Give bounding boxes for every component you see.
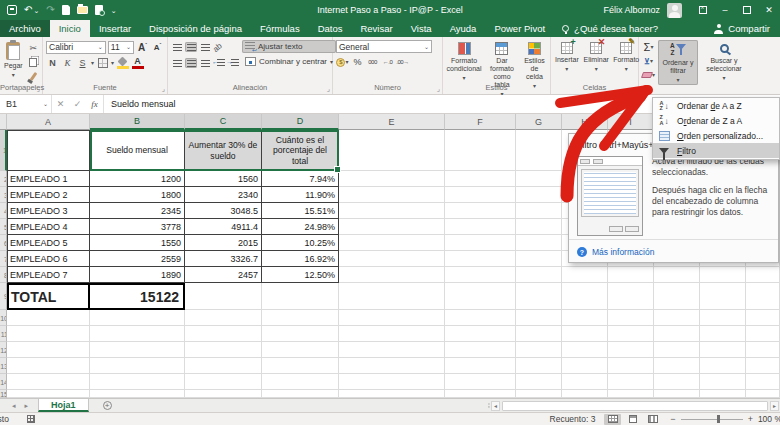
cell-E6[interactable] bbox=[339, 235, 445, 251]
align-middle-icon[interactable] bbox=[185, 42, 197, 52]
copy-button[interactable] bbox=[27, 56, 40, 68]
clear-button[interactable]: ▾ bbox=[642, 69, 655, 81]
cell-D8[interactable]: 12.50% bbox=[262, 267, 339, 283]
ribbon-tab-vista[interactable]: Vista bbox=[402, 20, 441, 37]
increase-font-icon[interactable]: Aˆ bbox=[136, 41, 149, 53]
page-layout-view-button[interactable] bbox=[624, 414, 641, 425]
italic-button[interactable]: K bbox=[61, 57, 74, 69]
cell-D6[interactable]: 10.25% bbox=[262, 235, 339, 251]
font-name-select[interactable]: Calibri⌄ bbox=[46, 41, 106, 54]
cell-B15[interactable] bbox=[90, 390, 185, 398]
cell-G13[interactable] bbox=[516, 358, 562, 374]
cell-L14[interactable] bbox=[746, 374, 780, 390]
cell-F10[interactable] bbox=[445, 310, 516, 326]
menu-item-ordenar-de-a-a-z[interactable]: AZ↓Ordenar de A a Z bbox=[653, 99, 779, 114]
cell-G12[interactable] bbox=[516, 342, 562, 358]
decrease-indent-icon[interactable] bbox=[213, 58, 225, 68]
row-header-15[interactable]: 15 bbox=[0, 390, 7, 398]
cell-A2[interactable]: EMPLEADO 1 bbox=[7, 171, 90, 187]
cell-K9[interactable] bbox=[700, 283, 746, 310]
cell-I12[interactable] bbox=[608, 342, 654, 358]
maximize-button[interactable] bbox=[736, 0, 758, 20]
cell-A5[interactable]: EMPLEADO 4 bbox=[7, 219, 90, 235]
cell-H13[interactable] bbox=[562, 358, 608, 374]
cell-I8[interactable] bbox=[608, 267, 654, 283]
cell-I9[interactable] bbox=[608, 283, 654, 310]
cell-B9[interactable]: 15122 bbox=[90, 283, 185, 310]
cell-J13[interactable] bbox=[654, 358, 700, 374]
cell-H9[interactable] bbox=[562, 283, 608, 310]
row-header-4[interactable]: 4 bbox=[0, 203, 7, 219]
cell-B2[interactable]: 1200 bbox=[90, 171, 185, 187]
cell-A9[interactable]: TOTAL bbox=[7, 283, 90, 310]
row-header-10[interactable]: 10 bbox=[0, 310, 7, 326]
cell-D12[interactable] bbox=[262, 342, 339, 358]
dialog-launcher-icon[interactable]: ⌟ bbox=[162, 85, 165, 93]
cell-E14[interactable] bbox=[339, 374, 445, 390]
cell-D11[interactable] bbox=[262, 326, 339, 342]
cell-C6[interactable]: 2015 bbox=[185, 235, 262, 251]
ribbon-tab-archivo[interactable]: Archivo bbox=[0, 20, 50, 37]
cell-B13[interactable] bbox=[90, 358, 185, 374]
column-header-H[interactable]: H bbox=[562, 114, 608, 130]
cell-J8[interactable] bbox=[654, 267, 700, 283]
cell-A4[interactable]: EMPLEADO 3 bbox=[7, 203, 90, 219]
close-button[interactable]: ✕ bbox=[758, 0, 780, 20]
cell-E12[interactable] bbox=[339, 342, 445, 358]
cell-J10[interactable] bbox=[654, 310, 700, 326]
cell-B1[interactable]: Sueldo mensual bbox=[90, 130, 185, 171]
cell-I14[interactable] bbox=[608, 374, 654, 390]
merge-center-button[interactable]: Combinar y centrar ▾ bbox=[242, 55, 336, 68]
decrease-font-icon[interactable]: Aˇ bbox=[151, 41, 164, 53]
zoom-in-button[interactable]: + bbox=[748, 414, 753, 424]
cell-F3[interactable] bbox=[445, 187, 516, 203]
insert-function-icon[interactable]: fx bbox=[86, 95, 103, 113]
cell-D4[interactable]: 15.51% bbox=[262, 203, 339, 219]
underline-button[interactable]: S bbox=[76, 57, 89, 69]
decrease-decimal-button[interactable]: .00→ bbox=[396, 56, 409, 68]
row-header-5[interactable]: 5 bbox=[0, 219, 7, 235]
ribbon-tab-inicio[interactable]: Inicio bbox=[50, 20, 90, 37]
prev-sheet-icon[interactable]: ◂ bbox=[12, 402, 16, 410]
cell-B11[interactable] bbox=[90, 326, 185, 342]
wrap-text-button[interactable]: Ajustar texto bbox=[242, 40, 336, 53]
scroll-left-icon[interactable]: ◂ bbox=[491, 401, 500, 411]
cell-D1[interactable]: Cuánto es el porcentaje del total bbox=[262, 130, 339, 171]
align-right-icon[interactable] bbox=[199, 58, 211, 68]
cell-K14[interactable] bbox=[700, 374, 746, 390]
row-header-8[interactable]: 8 bbox=[0, 267, 7, 283]
percent-style-button[interactable]: % bbox=[351, 56, 364, 68]
cell-E9[interactable] bbox=[339, 283, 445, 310]
cell-G2[interactable] bbox=[516, 171, 562, 187]
cell-A10[interactable] bbox=[7, 310, 90, 326]
sheet-tab-hoja1[interactable]: Hoja1 bbox=[38, 399, 89, 412]
cell-J9[interactable] bbox=[654, 283, 700, 310]
cell-B10[interactable] bbox=[90, 310, 185, 326]
minimize-button[interactable]: – bbox=[714, 0, 736, 20]
cell-D7[interactable]: 16.92% bbox=[262, 251, 339, 267]
ribbon-tab-insertar[interactable]: Insertar bbox=[90, 20, 140, 37]
cell-E15[interactable] bbox=[339, 390, 445, 398]
cell-K8[interactable] bbox=[700, 267, 746, 283]
cell-L12[interactable] bbox=[746, 342, 780, 358]
cell-E2[interactable] bbox=[339, 171, 445, 187]
cell-C4[interactable]: 3048.5 bbox=[185, 203, 262, 219]
align-bottom-icon[interactable] bbox=[199, 42, 211, 52]
increase-indent-icon[interactable] bbox=[227, 58, 239, 68]
bold-button[interactable]: N bbox=[46, 57, 59, 69]
menu-item-filtro[interactable]: Filtro bbox=[653, 143, 779, 158]
cell-C2[interactable]: 1560 bbox=[185, 171, 262, 187]
menu-item-ordenar-de-z-a-a[interactable]: ZA↓Ordenar de Z a A bbox=[653, 114, 779, 129]
cell-D15[interactable] bbox=[262, 390, 339, 398]
cell-D5[interactable]: 24.98% bbox=[262, 219, 339, 235]
macro-record-icon[interactable] bbox=[27, 415, 35, 423]
cell-J12[interactable] bbox=[654, 342, 700, 358]
horizontal-scrollbar[interactable]: ⁞ ◂ ▸ bbox=[488, 399, 780, 412]
cell-K13[interactable] bbox=[700, 358, 746, 374]
cell-C1[interactable]: Aumentar 30% de sueldo bbox=[185, 130, 262, 171]
orientation-icon[interactable]: ab bbox=[211, 39, 227, 54]
cell-I13[interactable] bbox=[608, 358, 654, 374]
cell-L11[interactable] bbox=[746, 326, 780, 342]
scrollbar-thumb[interactable] bbox=[502, 401, 768, 411]
delete-cells-button[interactable]: ✕ Eliminar ▾ bbox=[583, 40, 610, 74]
